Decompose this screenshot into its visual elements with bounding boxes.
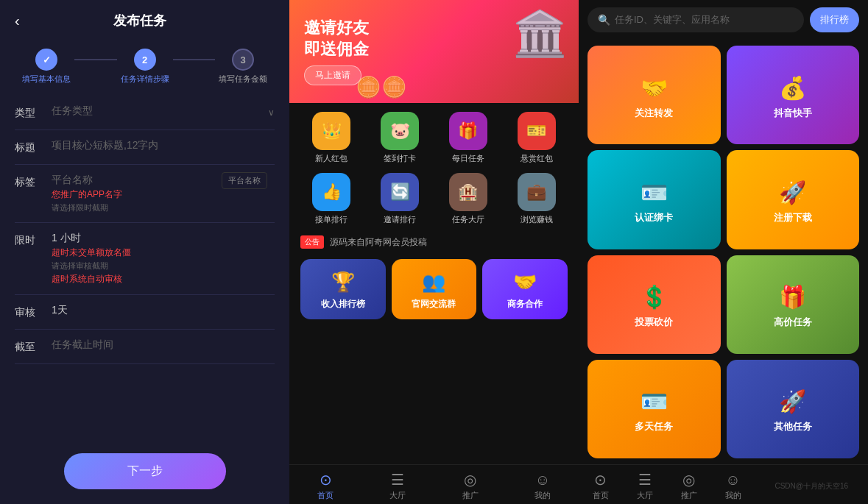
invite-rank-icon: 🔄: [381, 173, 419, 211]
high-value-icon: 🎁: [779, 284, 806, 310]
right-nav-home-label: 首页: [593, 490, 609, 501]
deadline-label: 截至: [15, 338, 44, 355]
new-red-packet-icon: 👑: [312, 112, 350, 150]
tag-app-name: 您推广的APP名字: [52, 188, 122, 201]
right-nav-home[interactable]: ⊙ 首页: [593, 471, 609, 501]
mid-nav-hall[interactable]: ☰ 大厅: [389, 471, 406, 501]
right-bottom-nav: ⊙ 首页 ☰ 大厅 ◎ 推广 ☺ 我的 CSDN@十月的天空16: [579, 464, 868, 504]
verify-icon: 🪪: [641, 180, 668, 205]
next-button[interactable]: 下一步: [64, 453, 226, 489]
douyin-icon: 💰: [779, 75, 806, 101]
step-3-label: 填写任务金额: [219, 74, 267, 85]
tag-label: 标签: [15, 174, 44, 190]
category-follow-share[interactable]: 🤝 关注转发: [588, 46, 721, 144]
invite-rank-label: 邀请排行: [384, 214, 416, 225]
right-nav-hall-label: 大厅: [637, 490, 653, 501]
mid-nav-hall-icon: ☰: [391, 471, 404, 489]
mid-nav-promote-label: 推广: [462, 490, 479, 501]
grid-invite-rank[interactable]: 🔄 邀请排行: [369, 173, 431, 225]
steps-container: ✓ 填写基本信息 2 任务详情步骤 3 填写任务金额: [0, 41, 289, 88]
register-label: 注册下载: [774, 211, 812, 224]
title-label: 标题: [15, 139, 44, 155]
step-2-circle: 2: [134, 49, 156, 71]
category-other[interactable]: 🚀 其他任务: [727, 360, 860, 458]
community-group-item[interactable]: 👥 官网交流群: [392, 259, 477, 319]
grid-order-rank[interactable]: 👍 接单排行: [300, 173, 363, 225]
task-hall-icon: 🏨: [449, 173, 487, 211]
grid-daily-task[interactable]: 🎁 每日任务: [437, 112, 500, 164]
step-1: ✓ 填写基本信息: [22, 49, 71, 85]
other-label: 其他任务: [774, 420, 812, 433]
right-nav-promote[interactable]: ◎ 推广: [681, 471, 697, 501]
banner: 邀请好友 即送佣金 马上邀请 🏛️ 🪙🪙: [289, 0, 579, 103]
back-button[interactable]: ‹: [15, 13, 20, 29]
type-label: 类型: [15, 104, 44, 121]
grid-bounty[interactable]: 🎫 悬赏红包: [505, 112, 568, 164]
daily-task-label: 每日任务: [452, 153, 484, 164]
category-high-value[interactable]: 🎁 高价任务: [727, 255, 860, 354]
mid-nav-promote[interactable]: ◎ 推广: [462, 471, 479, 501]
other-icon: 🚀: [779, 388, 806, 414]
tag-platform: 平台名称: [52, 174, 122, 187]
mid-icons-row2: 👍 接单排行 🔄 邀请排行 🏨 任务大厅 💼 浏览赚钱: [289, 173, 579, 231]
verify-label: 认证绑卡: [635, 211, 673, 224]
mid-nav-hall-label: 大厅: [389, 490, 406, 501]
step-1-label: 填写基本信息: [22, 74, 71, 85]
tag-row[interactable]: 标签 平台名称 您推广的APP名字 请选择限时截期 平台名称: [15, 165, 275, 223]
tag-hint-box: 平台名称: [222, 172, 267, 189]
deadline-value: 任务截止时间: [52, 338, 275, 352]
category-register[interactable]: 🚀 注册下载: [727, 150, 860, 249]
category-verify[interactable]: 🪪 认证绑卡: [588, 150, 721, 249]
order-rank-icon: 👍: [312, 173, 350, 211]
vote-icon: 💲: [641, 284, 668, 310]
search-input-wrap[interactable]: 🔍 任务ID、关键字、应用名称: [588, 7, 804, 32]
step-1-circle: ✓: [35, 49, 57, 71]
high-value-label: 高价任务: [774, 316, 812, 329]
right-nav-mine-label: 我的: [725, 490, 741, 501]
review-row[interactable]: 审核 1天: [15, 295, 275, 330]
limit-row[interactable]: 限时 1 小时 超时未交单额放名僵 请选择审核截期 超时系统自动审核: [15, 223, 275, 295]
type-dropdown-icon: ∨: [268, 107, 275, 118]
review-value: 1天: [52, 304, 275, 317]
right-nav-mine[interactable]: ☺ 我的: [725, 472, 741, 501]
search-placeholder: 任务ID、关键字、应用名称: [615, 13, 730, 26]
right-nav-mine-icon: ☺: [725, 472, 740, 489]
tag-multi: 平台名称 您推广的APP名字 请选择限时截期: [52, 174, 122, 213]
income-rank-item[interactable]: 🏆 收入排行榜: [300, 259, 386, 319]
follow-share-label: 关注转发: [635, 107, 673, 120]
announce-text: 源码来自阿奇网会员投稿: [330, 236, 427, 249]
grid-new-red-packet[interactable]: 👑 新人红包: [300, 112, 363, 164]
category-multi-day[interactable]: 🪪 多天任务: [588, 360, 721, 458]
limit-value: 1 小时: [52, 232, 131, 245]
left-header: ‹ 发布任务: [0, 0, 289, 41]
bottom-big-grid: 🏆 收入排行榜 👥 官网交流群 🤝 商务合作: [289, 253, 579, 325]
ranking-button[interactable]: 排行榜: [810, 7, 859, 32]
mid-nav-home[interactable]: ⊙ 首页: [317, 471, 334, 501]
title-row[interactable]: 标题 项目核心短标题,12字内: [15, 130, 275, 165]
limit-multi: 1 小时 超时未交单额放名僵 请选择审核截期 超时系统自动审核: [52, 232, 131, 285]
community-group-icon: 👥: [422, 271, 445, 294]
business-coop-item[interactable]: 🤝 商务合作: [482, 259, 568, 319]
right-category-grid: 🤝 关注转发 💰 抖音快手 🪪 认证绑卡 🚀 注册下载 💲 投票砍价 🎁 高价任…: [579, 40, 868, 464]
grid-task-hall[interactable]: 🏨 任务大厅: [437, 173, 500, 225]
browse-earn-icon: 💼: [518, 173, 556, 211]
left-panel: ‹ 发布任务 ✓ 填写基本信息 2 任务详情步骤 3 填写任务金额 类型 任务类…: [0, 0, 289, 504]
right-nav-hall[interactable]: ☰ 大厅: [637, 471, 653, 501]
right-nav-promote-label: 推广: [681, 490, 697, 501]
banner-button[interactable]: 马上邀请: [304, 65, 361, 85]
coins-decor: 🪙🪙: [356, 75, 407, 99]
grid-checkin[interactable]: 🐷 签到打卡: [369, 112, 431, 164]
bounty-label: 悬赏红包: [521, 153, 553, 164]
banner-icon: 🏛️: [512, 7, 568, 60]
right-nav-promote-icon: ◎: [682, 471, 695, 489]
type-row[interactable]: 类型 任务类型 ∨: [15, 96, 275, 130]
title-value: 项目核心短标题,12字内: [52, 139, 275, 152]
page-title: 发布任务: [27, 12, 253, 29]
category-vote[interactable]: 💲 投票砍价: [588, 255, 721, 354]
deadline-row[interactable]: 截至 任务截止时间: [15, 330, 275, 364]
grid-browse-earn[interactable]: 💼 浏览赚钱: [505, 173, 568, 225]
mid-nav-mine[interactable]: ☺ 我的: [534, 472, 551, 501]
form-container: 类型 任务类型 ∨ 标题 项目核心短标题,12字内 标签 平台名称 您推广的AP…: [0, 88, 289, 439]
task-hall-label: 任务大厅: [452, 214, 484, 225]
category-douyin[interactable]: 💰 抖音快手: [727, 46, 860, 144]
